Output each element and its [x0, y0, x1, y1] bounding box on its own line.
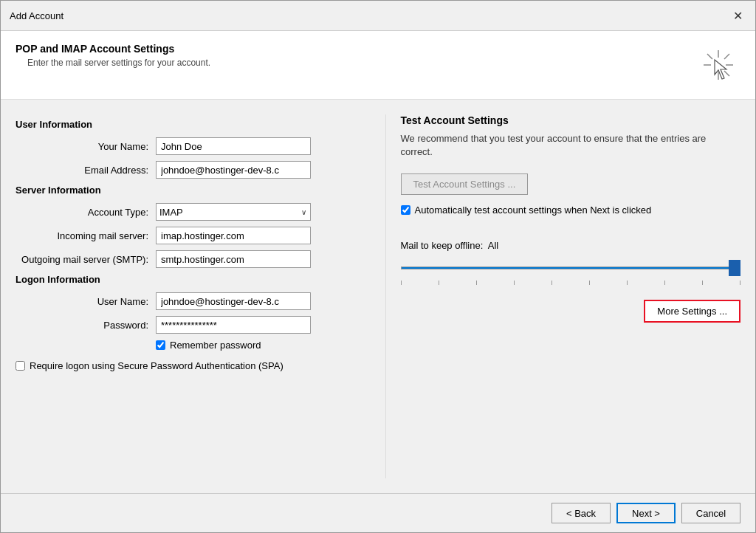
spa-label[interactable]: Require logon using Secure Password Auth… — [30, 360, 284, 373]
user-name-input[interactable] — [156, 292, 311, 310]
next-button[interactable]: Next > — [616, 503, 676, 523]
outgoing-mail-label: Outgoing mail server (SMTP): — [16, 254, 156, 265]
user-name-label: User Name: — [16, 296, 156, 307]
svg-line-6 — [724, 54, 729, 59]
header-subheading: Enter the mail server settings for your … — [27, 58, 210, 68]
tick-6 — [589, 281, 590, 285]
slider-ticks — [401, 281, 741, 285]
logon-info-title: Logon Information — [16, 274, 356, 285]
tick-5 — [551, 281, 552, 285]
back-button[interactable]: < Back — [551, 503, 611, 523]
your-name-input[interactable] — [156, 137, 311, 155]
user-info-title: User Information — [16, 119, 356, 130]
left-panel: User Information Your Name: Email Addres… — [16, 114, 371, 478]
svg-line-5 — [724, 71, 729, 76]
outgoing-mail-row: Outgoing mail server (SMTP): — [16, 250, 356, 268]
tick-4 — [514, 281, 515, 285]
spa-checkbox[interactable] — [16, 361, 25, 371]
tick-10 — [740, 281, 740, 285]
offline-label-text: Mail to keep offline: — [401, 240, 484, 251]
auto-test-row: Automatically test account settings when… — [401, 204, 741, 217]
tick-7 — [627, 281, 628, 285]
svg-line-4 — [707, 54, 712, 59]
header-text: POP and IMAP Account Settings Enter the … — [16, 43, 210, 68]
slider-track — [401, 266, 741, 269]
title-bar: Add Account ✕ — [1, 1, 755, 31]
cursor-svg-icon — [700, 47, 737, 83]
your-name-row: Your Name: — [16, 137, 356, 155]
email-address-row: Email Address: — [16, 161, 356, 179]
test-account-description: We recommend that you test your account … — [401, 132, 741, 159]
tick-2 — [439, 281, 439, 285]
password-label: Password: — [16, 320, 156, 331]
slider-fill — [402, 267, 740, 269]
account-type-row: Account Type: IMAP POP3 — [16, 203, 356, 221]
account-type-label: Account Type: — [16, 207, 156, 218]
cursor-icon-area — [696, 43, 740, 87]
remember-password-row: Remember password — [156, 340, 356, 351]
email-address-input[interactable] — [156, 161, 311, 179]
incoming-mail-input[interactable] — [156, 227, 311, 244]
auto-test-checkbox[interactable] — [401, 205, 410, 215]
main-content: User Information Your Name: Email Addres… — [1, 100, 755, 493]
tick-3 — [476, 281, 477, 285]
cancel-button[interactable]: Cancel — [681, 503, 740, 523]
footer: < Back Next > Cancel — [1, 493, 755, 532]
dialog-title: Add Account — [10, 10, 63, 21]
your-name-label: Your Name: — [16, 141, 156, 152]
offline-slider-container — [401, 257, 741, 279]
incoming-mail-label: Incoming mail server: — [16, 230, 156, 241]
password-input[interactable] — [156, 316, 311, 334]
add-account-dialog: Add Account ✕ POP and IMAP Account Setti… — [0, 0, 756, 533]
offline-value: All — [488, 240, 498, 251]
header-heading: POP and IMAP Account Settings — [16, 43, 210, 55]
right-panel: Test Account Settings We recommend that … — [385, 114, 741, 478]
more-settings-button[interactable]: More Settings ... — [644, 300, 740, 323]
incoming-mail-row: Incoming mail server: — [16, 227, 356, 244]
offline-section: Mail to keep offline: All — [401, 240, 741, 285]
test-account-button[interactable]: Test Account Settings ... — [401, 173, 529, 195]
server-info-title: Server Information — [16, 185, 356, 196]
account-type-wrapper: IMAP POP3 — [156, 203, 311, 221]
spa-row: Require logon using Secure Password Auth… — [16, 360, 356, 373]
outgoing-mail-input[interactable] — [156, 250, 311, 268]
close-button[interactable]: ✕ — [729, 7, 746, 24]
tick-1 — [401, 281, 402, 285]
svg-marker-7 — [715, 60, 726, 79]
tick-8 — [664, 281, 665, 285]
password-row: Password: — [16, 316, 356, 334]
remember-password-label[interactable]: Remember password — [170, 340, 261, 351]
user-name-row: User Name: — [16, 292, 356, 310]
header-section: POP and IMAP Account Settings Enter the … — [1, 31, 755, 100]
slider-thumb[interactable] — [729, 260, 740, 276]
test-account-title: Test Account Settings — [401, 114, 741, 126]
email-address-label: Email Address: — [16, 165, 156, 176]
auto-test-label[interactable]: Automatically test account settings when… — [415, 204, 652, 217]
remember-password-checkbox[interactable] — [156, 340, 165, 350]
account-type-select[interactable]: IMAP POP3 — [156, 203, 311, 221]
tick-9 — [702, 281, 703, 285]
offline-label: Mail to keep offline: All — [401, 240, 741, 251]
